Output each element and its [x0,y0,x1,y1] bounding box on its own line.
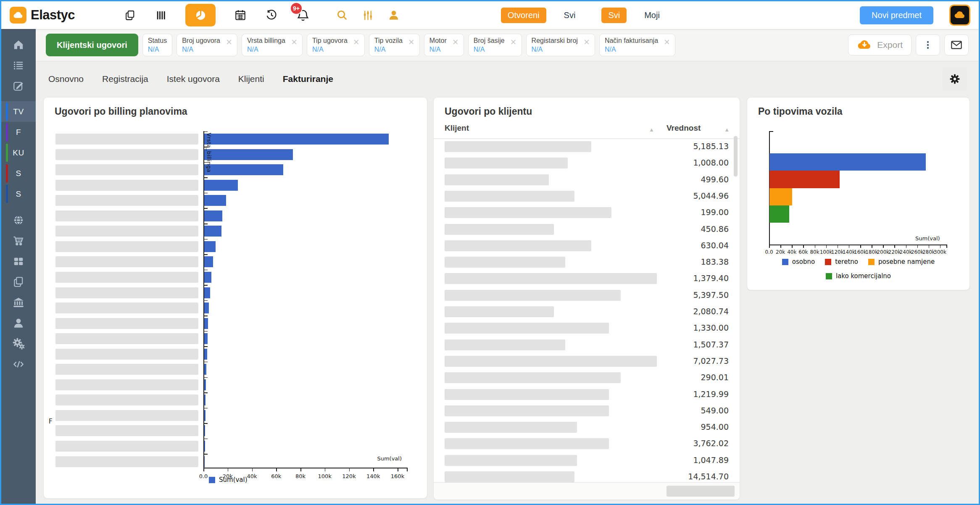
filter-chip-value: N/A [182,46,220,53]
filter-chip[interactable]: Broj ugovoraN/A× [177,34,237,56]
app-logo[interactable]: Elastyc [10,7,115,24]
chip-close-icon[interactable]: × [584,38,590,53]
sidebar-item-bank[interactable] [1,292,36,313]
sort-icon-vrednost[interactable]: ▲ [724,126,730,133]
tab-istek-ugovora[interactable]: Istek ugovora [167,74,220,84]
view-settings-button[interactable] [943,67,967,91]
chip-close-icon[interactable]: × [664,38,670,53]
tab-registracija[interactable]: Registracija [102,74,148,84]
toggle-svi[interactable]: Svi [557,8,582,23]
toggle-moji[interactable]: Moji [638,8,667,23]
table-horizontal-scrollbar-thumb[interactable] [667,486,735,497]
sidebar-item-ku[interactable]: KU [1,142,36,163]
tab-klijenti[interactable]: Klijenti [238,74,264,84]
sidebar-item-compose[interactable] [1,75,36,96]
pie-chart-icon[interactable] [185,4,216,26]
new-item-button[interactable]: Novi predmet [860,6,933,24]
bar-segment[interactable] [204,180,238,191]
search-icon[interactable] [336,9,348,21]
more-options-button[interactable] [916,34,940,55]
bar-segment[interactable] [204,241,216,252]
tabs: OsnovnoRegistracijaIstek ugovoraKlijenti… [48,74,352,84]
documents-icon[interactable] [124,9,136,21]
chip-close-icon[interactable]: × [291,38,297,53]
sidebar-item-f[interactable]: F [1,122,36,142]
table-cell-value: 7,027.73 [693,356,729,366]
filter-chip[interactable]: Tip vozilaN/A× [369,34,420,56]
sidebar-item-list[interactable] [1,55,36,75]
notifications-bell-icon[interactable]: 9+ [296,8,310,22]
chip-close-icon[interactable]: × [353,38,359,53]
mail-button[interactable] [944,34,969,55]
bar-segment[interactable] [769,171,840,188]
barcode-icon[interactable] [155,9,167,21]
sidebar-item-home[interactable] [1,34,36,55]
toggle-otvoreni[interactable]: Otvoreni [501,8,546,23]
sidebar-item-copy[interactable] [1,271,36,292]
category-label-redacted [55,287,198,298]
sliders-icon[interactable] [362,9,374,21]
sidebar-item-cart[interactable] [1,230,36,251]
column-header-klijent[interactable]: Klijent [445,124,469,133]
sidebar-item-code[interactable] [1,354,36,374]
column-header-vrednost[interactable]: Vrednost [667,124,701,133]
bar-segment[interactable] [204,287,210,298]
sort-icon-klijent[interactable]: ▲ [649,126,654,133]
sidebar: TVFKUSS [1,29,36,504]
chip-close-icon[interactable]: × [226,38,232,53]
tab-osnovno[interactable]: Osnovno [48,74,84,84]
history-icon[interactable] [265,9,278,21]
x-axis-tick [373,468,374,471]
bar-segment[interactable] [204,256,213,267]
toggle-svi[interactable]: Svi [601,8,627,23]
panel-client-table: Ugovori po klijentu Klijent ▲ Vrednost ▲… [433,97,740,500]
bar-segment[interactable] [204,318,208,329]
bar-segment[interactable] [204,164,283,175]
filter-chip-label: Broj šasije [474,37,505,45]
sidebar-item-person[interactable] [1,313,36,333]
x-axis-tick [815,245,816,248]
sidebar-item-globe[interactable] [1,210,36,230]
legend-swatch [209,477,215,483]
client-name-redacted [445,224,554,235]
grid-icon [12,255,25,268]
sidebar-item-s[interactable]: S [1,163,36,184]
bar-segment[interactable] [204,226,221,237]
tab-fakturiranje[interactable]: Fakturiranje [283,74,333,84]
calendar-icon[interactable] [234,9,247,21]
primary-filter-button[interactable]: Klijentski ugovori [46,34,138,56]
sidebar-item-tv[interactable]: TV [1,101,36,122]
filter-chip[interactable]: MotorN/A× [424,34,464,56]
bar-segment[interactable] [204,333,208,344]
chip-close-icon[interactable]: × [408,38,414,53]
filter-chip[interactable]: Vrsta billingaN/A× [242,34,303,56]
bar-segment[interactable] [769,188,792,205]
export-button[interactable]: Export [848,34,912,55]
legend-label: osobno [792,258,815,266]
chip-close-icon[interactable]: × [511,38,516,53]
bar-segment[interactable] [204,210,222,221]
account-avatar[interactable] [949,5,970,26]
bar-segment[interactable] [769,153,926,171]
filter-chip[interactable]: Tip ugovoraN/A× [307,34,365,56]
bar-segment[interactable] [204,349,207,360]
bar-segment[interactable] [204,195,226,206]
filter-chip[interactable]: StatusN/A [142,34,172,56]
table-cell-value: 1,330.00 [693,323,729,332]
sidebar-item-settings[interactable] [1,333,36,354]
bar-segment[interactable] [204,134,389,145]
x-axis-tick [917,245,918,248]
filter-chip[interactable]: Broj šasijeN/A× [468,34,522,56]
user-icon[interactable] [387,9,400,21]
bar-segment[interactable] [204,149,293,160]
bar-segment[interactable] [769,205,789,223]
filter-chip[interactable]: Registarski brojN/A× [526,34,595,56]
sidebar-item-s2[interactable]: S [1,184,36,204]
bar-segment[interactable] [204,302,209,313]
sidebar-item-grid[interactable] [1,251,36,271]
bar-segment[interactable] [204,272,211,283]
filter-chip[interactable]: Način fakturisanjaN/A× [599,34,675,56]
client-name-redacted [445,158,568,168]
table-vertical-scrollbar-thumb[interactable] [734,136,738,176]
chip-close-icon[interactable]: × [453,38,458,53]
